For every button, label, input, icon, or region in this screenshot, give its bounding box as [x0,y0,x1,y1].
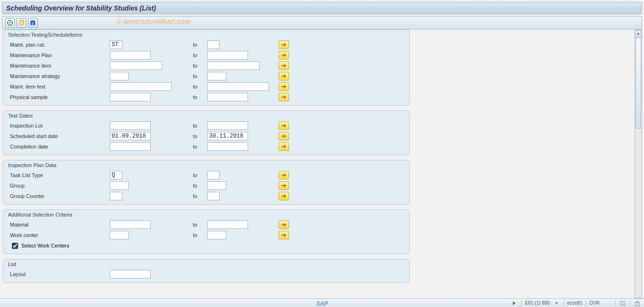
multi-select-button[interactable] [279,93,289,101]
multi-select-button[interactable] [279,181,289,190]
maint-plan-cat-to[interactable] [207,40,220,49]
maintenance-item-from[interactable] [110,61,162,70]
select-work-centers-checkbox[interactable] [12,243,18,249]
label-maintenance-plan: Maintenance Plan [10,52,110,58]
info-button[interactable]: i [28,18,38,28]
multi-select-button[interactable] [279,82,289,91]
label-group: Group [10,183,110,188]
group-counter-to[interactable] [207,192,220,200]
multi-select-button[interactable] [279,171,289,179]
physical-sample-from[interactable] [110,93,151,101]
label-physical-sample: Physical sample [10,94,110,100]
arrow-right-icon [280,73,287,79]
to-label: to [193,232,207,238]
physical-sample-to[interactable] [207,93,248,101]
info-icon: i [29,20,36,26]
label-maintenance-item: Maintenance item [10,63,110,69]
group-inspection-plan: Inspection Plan Data Task List Type to G… [3,160,410,205]
sap-logo: SAP [316,300,328,307]
arrow-right-icon [280,52,287,58]
row-physical-sample: Physical sample to [3,92,409,102]
multi-select-button[interactable] [279,132,289,140]
group-test-dates: Test Dates Inspection Lot to Scheduled s… [3,110,410,155]
group-to[interactable] [207,181,226,190]
scroll-up-arrow[interactable]: ▲ [635,30,641,37]
row-maintenance-item: Maintenance item to [3,60,409,71]
svg-point-1 [10,22,11,24]
completion-date-to[interactable] [207,142,248,151]
arrow-right-icon [280,133,287,139]
scheduled-start-to[interactable] [207,132,248,140]
close-session-icon[interactable] [634,300,641,307]
svg-rect-2 [19,20,23,25]
material-from[interactable] [110,220,151,229]
label-completion-date: Completion date [10,144,110,149]
page-title-text: Scheduling Overview for Stability Studie… [6,4,156,12]
multi-select-button[interactable] [279,72,289,80]
label-inspection-lot: Inspection Lot [10,123,110,129]
maint-item-text-to[interactable] [207,82,269,91]
inspection-lot-to[interactable] [207,121,248,130]
layout-mode-icon[interactable] [619,300,626,307]
material-to[interactable] [207,220,248,229]
status-mode: OVR [589,300,600,306]
group-counter-from[interactable] [110,192,122,200]
multi-select-button[interactable] [279,192,289,200]
inspection-lot-from[interactable] [110,121,151,130]
row-group-counter: Group Counter to [3,191,409,201]
to-label: to [193,42,207,48]
execute-button[interactable] [5,18,15,28]
to-label: to [193,133,207,139]
layout-input[interactable] [110,270,151,278]
status-play-icon [510,300,518,307]
label-scheduled-start: Scheduled start date [10,133,110,139]
arrow-right-icon [280,222,287,228]
row-maintenance-strategy: Maintenance strategy to [3,71,409,81]
row-inspection-lot: Inspection Lot to [3,120,409,131]
to-label: to [193,63,207,69]
completion-date-from[interactable] [110,142,151,151]
arrow-right-icon [280,172,287,178]
multi-select-button[interactable] [279,40,289,49]
row-completion-date: Completion date to [3,141,409,152]
maint-item-text-from[interactable] [110,82,172,91]
maint-plan-cat-from[interactable] [110,40,122,49]
task-list-type-from[interactable] [110,171,122,179]
arrow-right-icon [280,144,287,149]
group-list-title: List [3,259,409,269]
get-variant-button[interactable] [17,18,26,28]
maintenance-item-to[interactable] [207,61,260,70]
row-material: Material to [3,219,409,230]
scheduled-start-from[interactable] [110,132,151,140]
task-list-type-to[interactable] [207,171,220,179]
work-center-to[interactable] [207,231,226,239]
arrow-right-icon [280,183,287,188]
maintenance-plan-from[interactable] [110,51,151,59]
row-maint-item-text: Maint. item text to [3,81,409,92]
multi-select-button[interactable] [279,121,289,130]
watermark: © www.tutorialkart.com [116,18,191,25]
to-label: to [193,172,207,178]
vertical-scrollbar[interactable]: ▲ [634,30,642,298]
multi-select-button[interactable] [279,51,289,59]
label-layout: Layout [10,271,110,277]
arrow-right-icon [280,63,287,69]
to-label: to [193,84,207,89]
arrow-right-icon [280,42,287,48]
multi-select-button[interactable] [279,231,289,239]
status-system: E81 (1) 800 [525,300,549,306]
dropdown-icon[interactable] [553,300,560,307]
maintenance-strategy-from[interactable] [110,72,129,80]
row-task-list-type: Task List Type to [3,170,409,180]
multi-select-button[interactable] [279,61,289,70]
arrow-right-icon [280,94,287,100]
maintenance-plan-to[interactable] [207,51,248,59]
row-layout: Layout [3,269,409,279]
multi-select-button[interactable] [279,220,289,229]
maintenance-strategy-to[interactable] [207,72,226,80]
scroll-thumb[interactable] [635,38,641,129]
group-from[interactable] [110,181,129,190]
work-center-from[interactable] [110,231,129,239]
to-label: to [193,144,207,149]
multi-select-button[interactable] [279,142,289,151]
